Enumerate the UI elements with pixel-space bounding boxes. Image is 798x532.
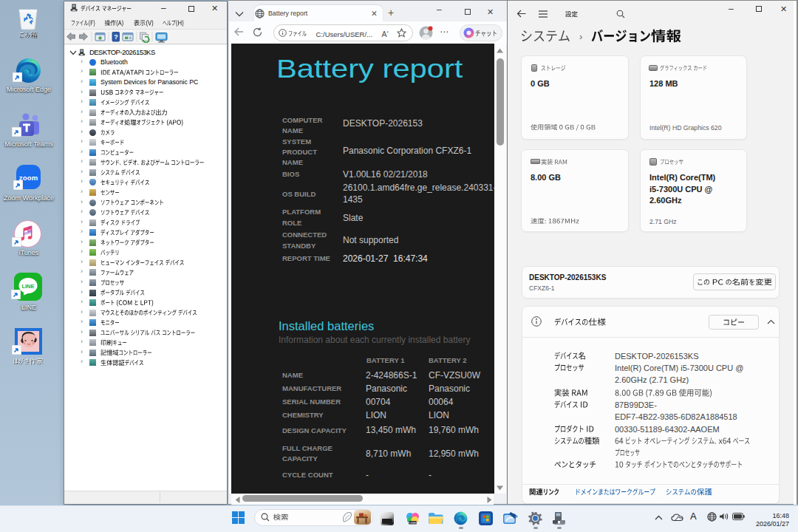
svg-text:?: ?	[114, 33, 118, 41]
svg-text:POWER: POWER	[408, 522, 417, 525]
svg-text:LINE: LINE	[21, 283, 34, 290]
